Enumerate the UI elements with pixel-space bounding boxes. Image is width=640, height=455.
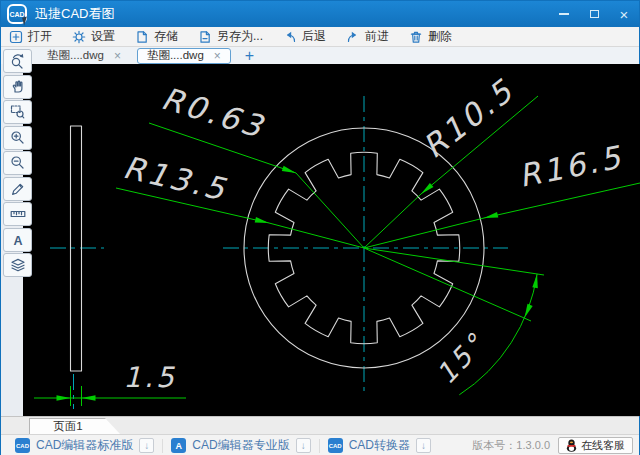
layers-icon (10, 257, 26, 273)
online-support-button[interactable]: 在线客服 (558, 437, 633, 454)
sidebar-zoom-in-button[interactable] (3, 126, 32, 150)
cad-drawing: R0.63 R13.5 R10.5 R16.5 15° 1.5 (23, 64, 640, 416)
save-icon (135, 30, 149, 44)
toolbar-forward-button[interactable]: 前进 (346, 28, 389, 45)
cursor-icon (22, 16, 29, 25)
document-tab-1[interactable]: 垫圈....dwg × (37, 48, 131, 64)
page-tab-1[interactable]: 页面1 (29, 418, 121, 435)
app-window: CAD 迅捷CAD看图 × 打开设置存储另存为...后退前进删除 垫圈....d… (0, 0, 640, 455)
svg-text:A: A (13, 233, 22, 247)
tab-close-icon[interactable]: × (214, 50, 221, 62)
sidebar-annotate-pen-button[interactable] (3, 177, 32, 201)
minimize-icon (559, 13, 569, 15)
title-bar: CAD 迅捷CAD看图 × (1, 1, 639, 27)
close-button[interactable]: × (609, 1, 639, 27)
sidebar-text-button[interactable]: A (3, 228, 32, 252)
gear-icon (72, 30, 86, 44)
toolbar-item-label: 另存为... (217, 28, 263, 45)
sidebar-fit-view-button[interactable] (3, 49, 32, 73)
toolbar-save-as-button[interactable]: 另存为... (198, 28, 263, 45)
dimension-arrowhead (484, 212, 498, 218)
leader-r165 (364, 183, 640, 248)
statusbar-link-label: CAD转换器 (349, 437, 410, 454)
toolbar-item-label: 删除 (428, 28, 452, 45)
text-icon: A (10, 232, 26, 248)
zoom-out-icon (10, 155, 26, 171)
back-icon (283, 30, 297, 44)
document-tab-2-active[interactable]: 垫圈....dwg × (137, 48, 231, 64)
dim-text-r0.63: R0.63 (157, 80, 268, 145)
version-label: 版本号：1.3.0.0 (472, 438, 550, 453)
dimension-arrowhead (82, 395, 96, 401)
dimension-arrowhead (255, 217, 269, 223)
toolbar-item-label: 前进 (365, 28, 389, 45)
toolbar-back-button[interactable]: 后退 (283, 28, 326, 45)
sidebar-zoom-window-button[interactable] (3, 100, 32, 124)
drawing-canvas[interactable]: R0.63 R13.5 R10.5 R16.5 15° 1.5 (23, 64, 640, 416)
status-bar: CADCAD编辑器标准版↓ACAD编辑器专业版↓CADCAD转换器↓ 版本号：1… (1, 434, 639, 455)
toolbar-item-label: 存储 (154, 28, 178, 45)
close-icon: × (620, 7, 629, 22)
dim-text-15deg: 15° (430, 327, 491, 390)
document-tab-label: 垫圈....dwg (147, 48, 204, 63)
sidebar-layers-button[interactable] (3, 253, 32, 277)
online-support-label: 在线客服 (581, 438, 625, 453)
dim-text-r13.5: R13.5 (120, 149, 231, 208)
toolbar-settings-button[interactable]: 设置 (72, 28, 115, 45)
dimension-arrowhead (532, 274, 538, 288)
leader-r135 (116, 188, 364, 248)
sidebar-toolbar: A (3, 49, 32, 279)
dim-text-r10.5: R10.5 (416, 72, 521, 165)
measure-icon (10, 206, 26, 222)
dim-text-1.5: 1.5 (123, 361, 177, 394)
toolbar-item-label: 后退 (302, 28, 326, 45)
pan-icon (10, 79, 26, 95)
tab-close-icon[interactable]: × (114, 50, 121, 62)
sidebar-zoom-out-button[interactable] (3, 151, 32, 175)
statusbar-cad-editor-pro-link[interactable]: ACAD编辑器专业版↓ (163, 435, 318, 455)
dimension-arrowhead (57, 395, 71, 401)
app-logo-text: CAD (9, 11, 24, 18)
statusbar-link-label: CAD编辑器专业版 (192, 437, 289, 454)
fit-view-icon (10, 53, 26, 69)
document-tabbar: 垫圈....dwg × 垫圈....dwg × + (1, 47, 639, 64)
dim-text-r16.5: R16.5 (516, 138, 627, 193)
statusbar-cad-converter-link[interactable]: CADCAD转换器↓ (320, 435, 439, 455)
toolbar-item-label: 设置 (91, 28, 115, 45)
window-title: 迅捷CAD看图 (35, 5, 114, 23)
cad-logo-icon: CAD (15, 438, 30, 453)
dimension-lines (34, 96, 640, 406)
download-icon[interactable]: ↓ (416, 438, 431, 453)
forward-icon (346, 30, 360, 44)
save-as-icon (198, 30, 212, 44)
dimension-arrowhead (282, 166, 296, 173)
toolbar-delete-button[interactable]: 删除 (409, 28, 452, 45)
app-logo-icon: CAD (7, 4, 27, 24)
angle-ray-2 (364, 248, 531, 321)
tab-add-button[interactable]: + (241, 48, 258, 64)
angle-ray-1 (364, 248, 544, 275)
toolbar: 打开设置存储另存为...后退前进删除 (1, 27, 639, 47)
plus-icon (9, 30, 23, 44)
document-tab-label: 垫圈....dwg (47, 48, 104, 63)
sidebar-measure-button[interactable] (3, 202, 32, 226)
maximize-button[interactable] (579, 1, 609, 27)
page-tabbar: 页面1 (1, 416, 639, 434)
app-a-icon: A (171, 438, 186, 453)
statusbar-link-label: CAD编辑器标准版 (36, 437, 133, 454)
dimension-texts: R0.63 R13.5 R10.5 R16.5 15° 1.5 (120, 72, 626, 394)
maximize-icon (590, 10, 599, 18)
minimize-button[interactable] (549, 1, 579, 27)
toolbar-item-label: 打开 (28, 28, 52, 45)
toolbar-open-button[interactable]: 打开 (9, 28, 52, 45)
page-tab-label: 页面1 (53, 419, 82, 434)
toolbar-save-button[interactable]: 存储 (135, 28, 178, 45)
dimension-arrowhead (525, 304, 533, 318)
download-icon[interactable]: ↓ (296, 438, 311, 453)
download-icon[interactable]: ↓ (139, 438, 154, 453)
zoom-in-icon (10, 130, 26, 146)
trash-icon (409, 30, 423, 44)
sidebar-pan-button[interactable] (3, 75, 32, 99)
qq-penguin-icon (566, 439, 577, 452)
statusbar-cad-editor-standard-link[interactable]: CADCAD编辑器标准版↓ (7, 435, 162, 455)
